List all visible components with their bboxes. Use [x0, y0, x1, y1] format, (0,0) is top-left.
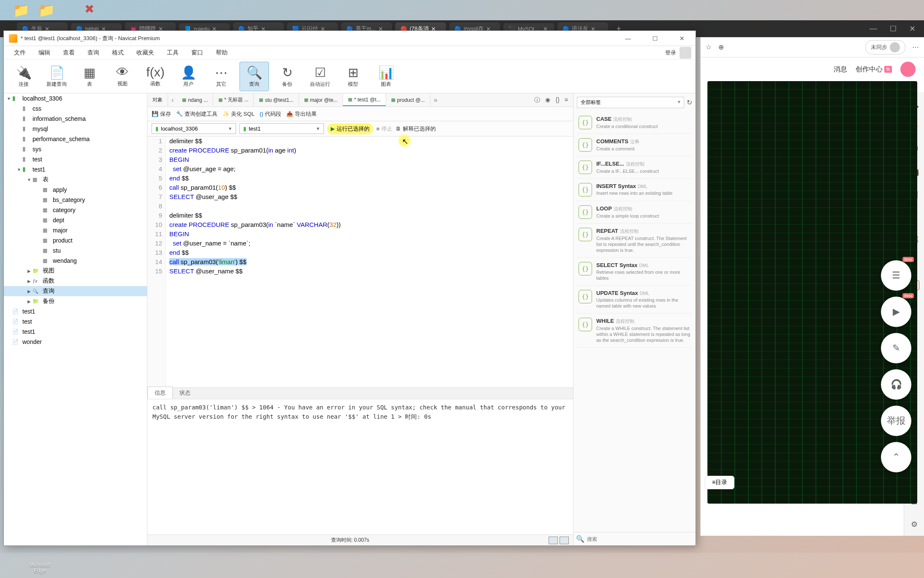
code-line[interactable]: end $$ [169, 248, 573, 257]
toc-button[interactable]: ≡目录 [705, 476, 734, 489]
windows-taskbar[interactable] [0, 553, 924, 578]
menu-item[interactable]: 格式 [106, 47, 130, 58]
info-icon[interactable]: ⓘ [534, 96, 540, 104]
tree-item[interactable]: test1 [4, 327, 147, 337]
float-button[interactable]: 举报 [881, 406, 911, 436]
float-button[interactable]: ☰Beta [881, 260, 911, 291]
minimize-button[interactable]: — [620, 35, 636, 42]
menu-icon[interactable]: ⋯ [912, 43, 919, 51]
layout-toggle[interactable] [549, 537, 569, 544]
menu-item[interactable]: 收藏夹 [130, 47, 160, 58]
tab-scroll-more[interactable]: » [430, 96, 441, 104]
snippet-item[interactable]: {}REPEAT流程控制Create A REPEAT construct. T… [577, 224, 692, 258]
float-button[interactable]: 🎧 [881, 369, 911, 400]
snippet-search-input[interactable] [587, 536, 693, 542]
collections-icon[interactable]: ⊕ [718, 43, 724, 51]
tab-objects[interactable]: 对象 [147, 94, 168, 106]
connection-select[interactable]: ▮localhost_3306▼ [152, 123, 236, 134]
refresh-icon[interactable]: ↻ [687, 98, 692, 106]
stop-button[interactable]: ■停止 [376, 125, 392, 133]
tree-item[interactable]: ▼localhost_3306 [4, 93, 147, 104]
creative-center-link[interactable]: 创作中心 热 [856, 65, 892, 74]
code-line[interactable]: SELECT @user_name $$ [169, 267, 573, 276]
toolbar-button-表[interactable]: ▦表 [75, 62, 104, 91]
menu-item[interactable]: 窗口 [185, 47, 209, 58]
snippet-filter-select[interactable]: 全部标签 ▾ [577, 97, 684, 108]
snippet-search[interactable]: 🔍 [573, 532, 696, 545]
query-builder-button[interactable]: 🔧查询创建工具 [176, 110, 217, 118]
tree-item[interactable]: ▼test1 [4, 164, 147, 174]
tree-item[interactable]: bs_category [4, 195, 147, 205]
float-button[interactable]: ▶Beta [881, 297, 911, 327]
float-button[interactable]: ⌃ [881, 442, 911, 472]
menu-item[interactable]: 帮助 [210, 47, 234, 58]
toolbar-button-函数[interactable]: f(x)函数 [141, 62, 170, 91]
code-line[interactable]: end $$ [169, 174, 573, 183]
menu-item[interactable]: 编辑 [33, 47, 56, 58]
expand-icon[interactable]: ▶ [26, 279, 33, 284]
database-tree[interactable]: ▼localhost_3306cssinformation_schemamysq… [4, 93, 147, 545]
snippet-item[interactable]: {}LOOP流程控制Create a simple loop construct [577, 201, 692, 224]
tree-item[interactable]: stu [4, 245, 147, 256]
beautify-sql-button[interactable]: ✨美化 SQL [223, 110, 255, 118]
editor-tab[interactable]: ▦major @te... [299, 94, 343, 106]
minimize-icon[interactable]: — [870, 24, 877, 33]
code-snippet-button[interactable]: ()代码段 [260, 110, 282, 118]
expand-icon[interactable]: ▶ [26, 299, 33, 304]
login-area[interactable]: 登录 [665, 47, 691, 59]
toolbar-button-其它[interactable]: ⋯其它 [207, 62, 236, 91]
toolbar-button-备份[interactable]: ↻备份 [272, 62, 302, 91]
tree-item[interactable]: css [4, 104, 147, 114]
snippet-item[interactable]: {}CASE流程控制Create a conditional construct [577, 112, 692, 134]
menu-item[interactable]: 文件 [8, 47, 32, 58]
code-line[interactable]: delimiter $$ [169, 211, 573, 220]
code-line[interactable]: call sp_param01(10) $$ [169, 183, 573, 192]
toolbar-button-连接[interactable]: 🔌连接 [9, 62, 38, 91]
close-icon[interactable]: ✕ [909, 24, 916, 33]
tree-item[interactable]: test1 [4, 306, 147, 316]
sync-button[interactable]: 未同步 [865, 40, 905, 55]
code-line[interactable]: call sp_param03('liman') $$ [169, 257, 573, 267]
tree-item[interactable]: ▶查询 [4, 286, 147, 296]
hamburger-icon[interactable]: ≡ [565, 96, 568, 104]
desktop-app-icon[interactable]: ✖ [84, 2, 94, 16]
tree-item[interactable]: performance_schema [4, 134, 147, 144]
messages-link[interactable]: 消息 [834, 65, 847, 74]
tree-item[interactable]: sys [4, 144, 147, 154]
tree-item[interactable]: ▶备份 [4, 296, 147, 306]
desktop-folder-icon[interactable]: 📁 [13, 2, 30, 18]
snippet-item[interactable]: {}SELECT SyntaxDMLRetrieve rows selected… [577, 258, 692, 286]
tree-item[interactable]: product [4, 235, 147, 245]
avatar-icon[interactable] [679, 47, 691, 59]
tree-item[interactable]: test [4, 316, 147, 327]
expand-icon[interactable]: ▶ [26, 269, 33, 273]
toolbar-button-模型[interactable]: ⊞模型 [338, 62, 368, 91]
code-line[interactable]: BEGIN [169, 229, 573, 239]
editor-tab[interactable]: ▦ndang ... [177, 94, 213, 106]
tree-item[interactable]: wendang [4, 256, 147, 266]
tree-item[interactable]: information_schema [4, 114, 147, 124]
code-line[interactable] [169, 202, 573, 211]
editor-tab[interactable]: ▦stu @test1... [254, 94, 299, 106]
database-select[interactable]: ▮test1▼ [239, 123, 324, 134]
maximize-button[interactable]: ☐ [647, 35, 663, 42]
maximize-icon[interactable]: ☐ [890, 24, 897, 33]
snippet-item[interactable]: {}COMMENTS注释Create a comment [577, 134, 692, 156]
login-label[interactable]: 登录 [665, 49, 676, 57]
browser-window-controls[interactable]: — ☐ ✕ [870, 24, 916, 33]
desktop-folder-icon[interactable]: 📁 [38, 2, 55, 18]
tree-item[interactable]: category [4, 205, 147, 215]
expand-icon[interactable]: ▼ [16, 167, 22, 172]
code-line[interactable]: create PROCEDURE sp_param03(in `name` VA… [169, 220, 573, 229]
tree-item[interactable]: ▶函数 [4, 276, 147, 286]
view-icon[interactable]: ◉ [545, 96, 550, 104]
tree-item[interactable]: major [4, 225, 147, 235]
expand-icon[interactable]: ▼ [26, 177, 33, 182]
tree-item[interactable]: wonder [4, 337, 147, 347]
snippet-item[interactable]: {}WHILE流程控制Create a WHILE construct. The… [577, 314, 692, 348]
braces-icon[interactable]: {} [555, 96, 559, 104]
tree-item[interactable]: mysql [4, 124, 147, 134]
result-tab[interactable]: 状态 [173, 387, 197, 399]
snippet-item[interactable]: {}UPDATE SyntaxDMLUpdates columns of exi… [577, 286, 692, 314]
code-line[interactable]: BEGIN [169, 155, 573, 164]
